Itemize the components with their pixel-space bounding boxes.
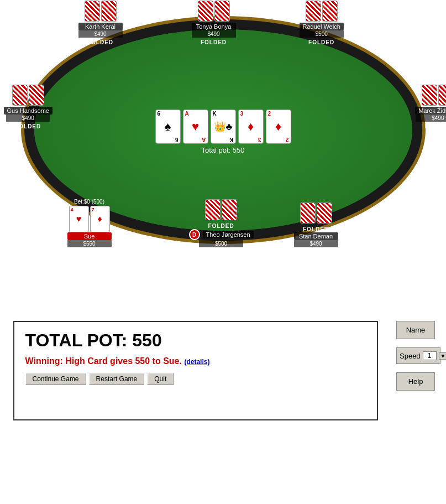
tonya-cards	[198, 1, 230, 22]
raquel-status: FOLDED	[308, 39, 334, 45]
stan-cards	[300, 202, 332, 224]
sue-money: $550	[67, 240, 112, 247]
help-button[interactable]: Help	[396, 372, 435, 391]
dealer-button: D	[189, 229, 200, 240]
speed-arrow[interactable]: ▼	[439, 352, 446, 360]
karth-status: FOLDED	[87, 39, 113, 45]
continue-game-button[interactable]: Continue Game	[25, 373, 86, 385]
theo-cards	[205, 199, 237, 220]
community-card-4: 3 ♦ 3	[238, 110, 264, 144]
community-cards: 6 ♠ 6 A ♥ A K 👑♣ K 3 ♦ 3	[155, 110, 291, 144]
main-content: TOTAL POT: 550 Winning: High Card gives …	[0, 315, 391, 426]
info-panel: TOTAL POT: 550 Winning: High Card gives …	[13, 321, 378, 420]
bottom-section: TOTAL POT: 550 Winning: High Card gives …	[0, 315, 446, 426]
speed-control: Speed ▼	[396, 347, 440, 364]
card-back	[85, 1, 100, 22]
card-back	[438, 85, 446, 106]
card-back	[306, 1, 321, 22]
card-back	[12, 85, 28, 106]
sue-hand: 4 ♥ 7 ♦	[69, 206, 110, 232]
tonya-status: FOLDED	[201, 39, 227, 45]
card-back	[205, 199, 221, 220]
player-stan: FOLDED Stan Deman $490	[294, 202, 338, 247]
community-card-1: 6 ♠ 6	[155, 110, 181, 144]
karth-money: $490	[78, 30, 123, 38]
total-pot-header: TOTAL POT: 550	[25, 330, 366, 351]
poker-table-area: 6 ♠ 6 A ♥ A K 👑♣ K 3 ♦ 3	[0, 0, 446, 260]
theo-money: $500	[199, 240, 243, 247]
gus-name: Gus Handsome	[4, 107, 53, 115]
tonya-money: $490	[192, 30, 236, 38]
theo-status: FOLDED	[208, 223, 234, 229]
quit-button[interactable]: Quit	[147, 373, 174, 385]
player-tonya: Tonya Bonya $490 FOLDED	[192, 1, 236, 45]
stan-money: $490	[294, 240, 338, 247]
card-back	[422, 85, 437, 106]
winning-text: Winning: High Card gives 550 to Sue. (de…	[25, 356, 366, 366]
poker-table: 6 ♠ 6 A ♥ A K 👑♣ K 3 ♦ 3	[24, 19, 422, 241]
marek-cards	[422, 85, 446, 106]
card-back	[317, 202, 332, 224]
card-back	[29, 85, 44, 106]
player-karth: Karth Kerai $490 FOLDED	[78, 1, 123, 45]
card-back	[222, 199, 237, 220]
right-panel: Name Speed ▼ Help	[391, 315, 446, 426]
player-gus: Gus Handsome $490 FOLDED	[4, 85, 53, 129]
karth-name: Karth Kerai	[78, 23, 123, 30]
marek-money: $490	[416, 115, 446, 122]
raquel-name: Raquel Welch	[300, 23, 344, 30]
gus-status: FOLDED	[15, 123, 41, 129]
sue-card-1: 4 ♥	[69, 206, 89, 232]
sue-bet: Bet:$0 (500)	[74, 199, 104, 205]
details-link[interactable]: (details)	[184, 358, 209, 366]
player-sue: Bet:$0 (500) 4 ♥ 7 ♦ Sue $550	[67, 199, 112, 247]
stan-name: Stan Deman	[294, 232, 338, 240]
community-card-5: 2 ♦ 2	[266, 110, 291, 144]
card-back	[300, 202, 316, 224]
karth-cards	[85, 1, 117, 22]
card-back	[101, 1, 117, 22]
theo-name: Theo Jørgensen	[203, 231, 254, 238]
gus-money: $490	[6, 115, 50, 122]
table-pot-label: Total pot: 550	[201, 146, 244, 154]
community-card-3: K 👑♣ K	[211, 110, 236, 144]
tonya-name: Tonya Bonya	[192, 23, 236, 30]
raquel-cards	[306, 1, 338, 22]
sue-name: Sue	[67, 232, 112, 240]
marek-status: FOLDED	[425, 123, 446, 129]
player-raquel: Raquel Welch $500 FOLDED	[300, 1, 344, 45]
player-marek: Marek Židlický $490 FOLDED	[415, 85, 446, 129]
player-theo: FOLDED D Theo Jørgensen $500	[189, 199, 254, 247]
sue-card-2: 7 ♦	[90, 206, 110, 232]
restart-game-button[interactable]: Restart Game	[89, 373, 145, 385]
speed-label: Speed	[400, 352, 421, 360]
card-back	[198, 1, 213, 22]
community-card-2: A ♥ A	[183, 110, 208, 144]
action-buttons: Continue Game Restart Game Quit	[25, 373, 366, 385]
speed-input[interactable]	[423, 351, 437, 360]
raquel-money: $500	[300, 30, 344, 38]
card-back	[322, 1, 338, 22]
card-back	[214, 1, 230, 22]
name-button[interactable]: Name	[396, 321, 435, 339]
gus-cards	[12, 85, 44, 106]
stan-status: FOLDED	[303, 226, 329, 232]
marek-name: Marek Židlický	[415, 107, 446, 115]
